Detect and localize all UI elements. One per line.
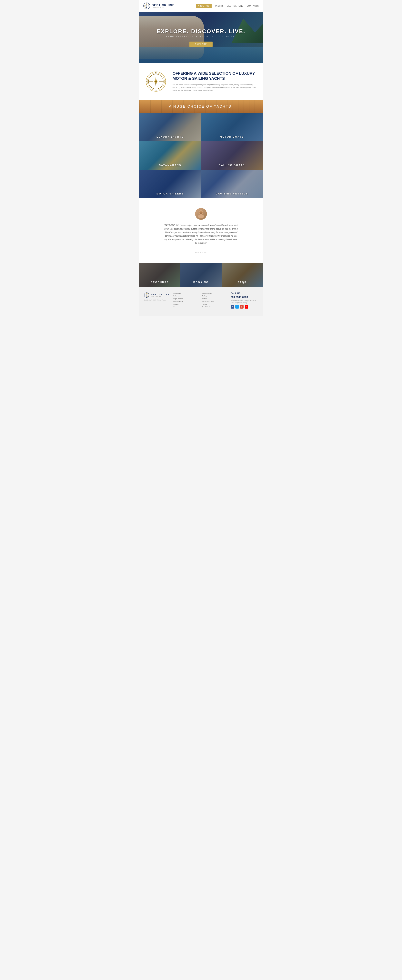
footer-columns: Caribbean Bahamas Virgin Islands New Eng… [173,292,227,309]
footer-logo-sub: YOUR SUBTITLE [151,296,169,297]
footer-copyright: Best Cruise © 2014 • Privacy Policy [144,299,166,301]
yacht-catamaran-label: CATAMARANS [139,164,201,167]
footer-logo-area: BEST CRUISE YOUR SUBTITLE Best Cruise © … [144,292,169,309]
testimonial-avatar [195,208,207,220]
svg-text:S: S [155,89,156,91]
testimonial-section: "FANTASTIC !!!!!! You were right, once e… [139,198,263,263]
footer-link-bahamas[interactable]: Bahamas [173,295,198,297]
footer-link-florida[interactable]: Florida [202,303,227,305]
footer-contact-title: CALL US: [231,292,258,294]
footer: BEST CRUISE YOUR SUBTITLE Best Cruise © … [139,287,263,316]
footer-top: BEST CRUISE YOUR SUBTITLE Best Cruise © … [144,292,258,309]
social-youtube[interactable]: ▶ [245,305,248,309]
logo-main-text: BEST CRUISE [152,4,174,7]
faqs-label: FAQS [238,281,247,284]
explore-button[interactable]: EXPLORE [190,41,212,47]
social-twitter[interactable]: t [235,305,239,309]
social-facebook[interactable]: f [231,305,234,309]
svg-line-20 [158,84,161,87]
yacht-cell-motor-sailers[interactable]: MOTOR SAILERS [139,170,201,198]
about-heading: OFFERING A WIDE SELECTION OF LUXURY MOTO… [172,71,257,81]
booking-label: BOOKING [193,281,209,284]
yacht-cell-cruising[interactable]: CRUISING VESSELS [201,170,263,198]
hero-water-shape [139,47,263,63]
yacht-luxury-label: LUXURY YACHTS [139,135,201,138]
svg-point-29 [199,211,203,214]
footer-link-turkey[interactable]: Turkey [202,295,227,297]
yacht-cell-motor[interactable]: MOTOR BOATS [201,113,263,142]
bottom-links: BROCHURE BOOKING FAQS [139,263,263,287]
svg-text:W: W [146,81,148,83]
compass-container: N S W E [145,71,167,92]
yacht-motor-label: MOTOR BOATS [201,135,263,138]
footer-link-pacific-nw[interactable]: Pacific Northwest [202,301,227,302]
header: BEST CRUISE YOUR SUBTITLE ABOUT US YACHT… [139,0,263,12]
hero-title: EXPLORE. DISCOVER. LIVE. [156,28,245,35]
hero-subtitle: ENJOY THE BEST YACHT VACATION OF A LIFET… [156,36,245,38]
navigation: ABOUT US YACHTS DESTINATIONS CONTACTS [196,4,259,8]
svg-line-21 [158,76,161,79]
compass-icon: N S W E [145,71,167,92]
footer-link-south-pacific[interactable]: South Pacific [202,306,227,308]
yachts-header-title: A HUGE CHOICE OF YACHTS: [143,105,259,108]
about-body: It is our pleasure to match the perfect … [172,83,257,92]
about-text: OFFERING A WIDE SELECTION OF LUXURY MOTO… [172,71,257,92]
svg-point-31 [202,212,202,213]
footer-link-croatia[interactable]: Croatia [173,303,198,305]
footer-logo-icon [144,292,150,298]
yacht-sailing-label: SAILING BOATS [201,164,263,167]
svg-text:N: N [155,72,157,74]
testimonial-quote: "FANTASTIC !!!!!! You were right, once e… [164,224,238,245]
social-google-plus[interactable]: g [240,305,244,309]
svg-marker-25 [155,75,156,80]
yacht-motor-sailers-label: MOTOR SAILERS [139,192,201,195]
nav-destinations[interactable]: DESTINATIONS [227,5,244,7]
bottom-link-booking[interactable]: BOOKING [180,263,222,287]
footer-logo-row: BEST CRUISE YOUR SUBTITLE [144,292,169,298]
footer-logo-main: BEST CRUISE [151,293,169,296]
testimonial-author: John McCaid [151,251,251,253]
yacht-cell-sailing[interactable]: SAILING BOATS [201,142,263,170]
logo-icon [143,2,150,10]
footer-col-1: Caribbean Bahamas Virgin Islands New Eng… [173,292,198,309]
logo-sub-text: YOUR SUBTITLE [152,7,174,8]
footer-socials: f t g ▶ [231,305,258,309]
footer-phone: 800-2345-6789 [231,296,258,299]
nav-contacts[interactable]: CONTACTS [247,5,259,7]
footer-link-virgin-islands[interactable]: Virgin Islands [173,298,198,299]
footer-link-alaska[interactable]: Alaska [202,298,227,299]
brochure-label: BROCHURE [151,281,169,284]
testimonial-divider [197,248,205,248]
svg-marker-26 [155,83,156,88]
avatar-icon [196,209,206,219]
footer-link-caribbean[interactable]: Caribbean [173,292,198,294]
nav-about-us[interactable]: ABOUT US [196,4,212,8]
yacht-cruising-label: CRUISING VESSELS [201,192,263,195]
svg-point-28 [198,215,204,218]
footer-link-greece[interactable]: Greece [173,306,198,308]
hero-section: EXPLORE. DISCOVER. LIVE. ENJOY THE BEST … [139,12,263,63]
yacht-cell-luxury[interactable]: LUXURY YACHTS [139,113,201,142]
yacht-cell-catamaran[interactable]: CATAMARANS [139,142,201,170]
about-section: N S W E OFFERING A WIDE SELECTION OF LUX… [139,63,263,100]
nav-yachts[interactable]: YACHTS [215,5,224,7]
footer-link-mediterranean[interactable]: Mediterranean [202,292,227,294]
svg-text:E: E [165,81,166,83]
hero-content: EXPLORE. DISCOVER. LIVE. ENJOY THE BEST … [156,28,245,47]
footer-logo-text: BEST CRUISE YOUR SUBTITLE [151,293,169,297]
svg-line-19 [150,76,153,79]
bottom-link-brochure[interactable]: BROCHURE [139,263,180,287]
svg-point-24 [155,81,157,83]
footer-contact: CALL US: 800-2345-6789 4578 Marmora Road… [231,292,258,309]
svg-point-30 [200,212,201,213]
yacht-grid: LUXURY YACHTS MOTOR BOATS CATAMARANS SAI… [139,113,263,198]
footer-col-2: Mediterranean Turkey Alaska Pacific Nort… [202,292,227,309]
logo-text: BEST CRUISE YOUR SUBTITLE [152,4,174,8]
yachts-section-header: A HUGE CHOICE OF YACHTS: [139,100,263,113]
svg-line-22 [150,84,153,87]
bottom-link-faqs[interactable]: FAQS [222,263,263,287]
footer-address: 4578 Marmora Road, Glasgow D04 89GR Emai… [231,300,258,304]
footer-link-new-england[interactable]: New England [173,301,198,302]
logo: BEST CRUISE YOUR SUBTITLE [143,2,174,10]
